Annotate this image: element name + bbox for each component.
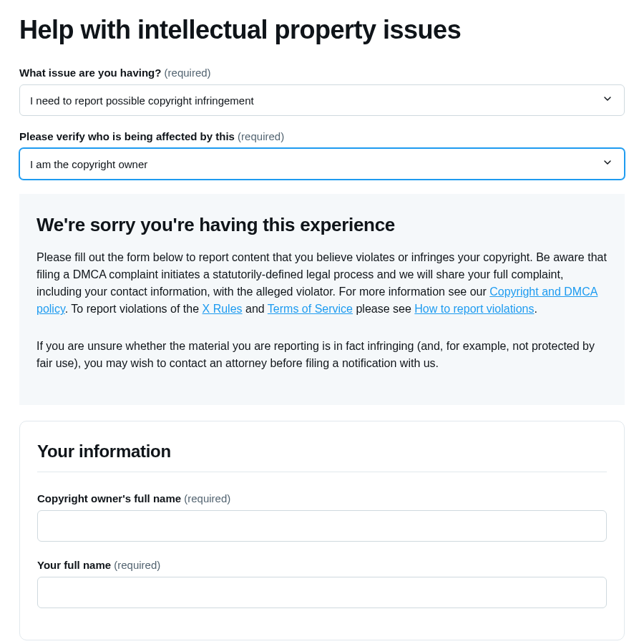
page-title: Help with intellectual property issues bbox=[19, 14, 625, 45]
affected-field-group: Please verify who is being affected by t… bbox=[19, 130, 625, 180]
info-panel: We're sorry you're having this experienc… bbox=[19, 194, 625, 405]
your-name-label: Your full name (required) bbox=[37, 559, 607, 571]
issue-select[interactable]: I need to report possible copyright infr… bbox=[19, 84, 625, 116]
how-to-report-link[interactable]: How to report violations bbox=[414, 303, 534, 315]
owner-name-label-text: Copyright owner's full name bbox=[37, 492, 181, 504]
required-marker: (required) bbox=[238, 130, 284, 142]
required-marker: (required) bbox=[114, 559, 160, 571]
x-rules-link[interactable]: X Rules bbox=[203, 303, 243, 315]
owner-name-input[interactable] bbox=[37, 510, 607, 542]
owner-name-field: Copyright owner's full name (required) bbox=[37, 492, 607, 542]
info-text: . To report violations of the bbox=[65, 303, 203, 315]
affected-select-value: I am the copyright owner bbox=[30, 158, 147, 170]
issue-select-wrapper: I need to report possible copyright infr… bbox=[19, 84, 625, 116]
owner-name-label: Copyright owner's full name (required) bbox=[37, 492, 607, 504]
section-divider bbox=[37, 472, 607, 472]
required-marker: (required) bbox=[184, 492, 230, 504]
affected-label: Please verify who is being affected by t… bbox=[19, 130, 625, 142]
your-information-section: Your information Copyright owner's full … bbox=[19, 421, 625, 640]
info-text: and bbox=[243, 303, 268, 315]
your-name-label-text: Your full name bbox=[37, 559, 111, 571]
affected-select[interactable]: I am the copyright owner bbox=[19, 148, 625, 180]
required-marker: (required) bbox=[165, 67, 211, 79]
issue-label-text: What issue are you having? bbox=[19, 67, 161, 79]
info-text: . bbox=[534, 303, 537, 315]
info-text: please see bbox=[353, 303, 414, 315]
your-information-heading: Your information bbox=[37, 441, 607, 462]
info-paragraph-2: If you are unsure whether the material y… bbox=[36, 338, 608, 372]
issue-select-value: I need to report possible copyright infr… bbox=[30, 94, 254, 107]
info-paragraph-1: Please fill out the form below to report… bbox=[36, 249, 608, 318]
your-name-input[interactable] bbox=[37, 577, 607, 608]
terms-of-service-link[interactable]: Terms of Service bbox=[268, 303, 353, 315]
affected-label-text: Please verify who is being affected by t… bbox=[19, 130, 235, 142]
issue-field-group: What issue are you having? (required) I … bbox=[19, 67, 625, 116]
issue-label: What issue are you having? (required) bbox=[19, 67, 625, 79]
info-heading: We're sorry you're having this experienc… bbox=[36, 214, 608, 236]
affected-select-wrapper: I am the copyright owner bbox=[19, 148, 625, 180]
your-name-field: Your full name (required) bbox=[37, 559, 607, 608]
